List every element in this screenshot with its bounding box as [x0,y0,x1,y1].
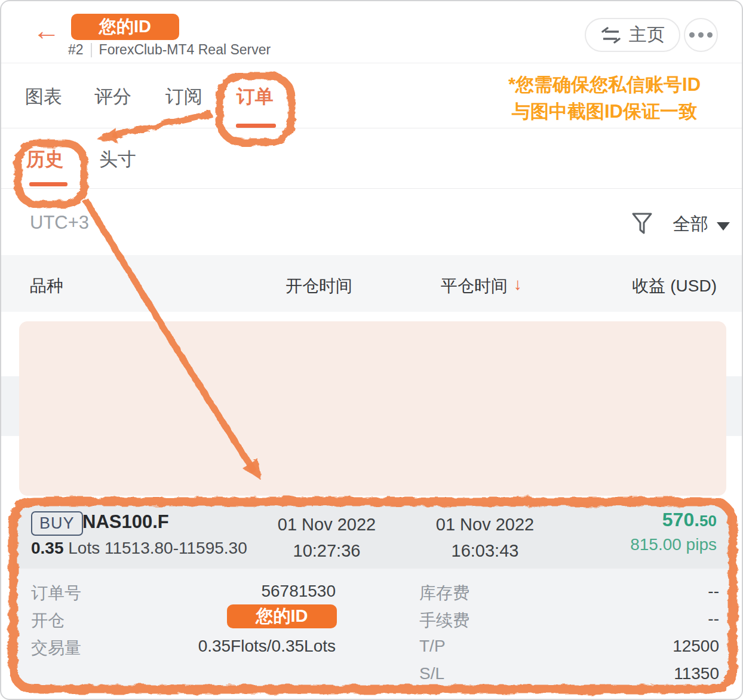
orders-list [1,312,742,500]
order-details: 订单号 56781530 开仓 您的ID 交易量 0.35Flots/0.35L… [13,569,732,688]
more-dot [698,32,704,38]
server-name: ForexClub-MT4 Real Server [99,42,271,58]
account-subtitle: #2 ForexClub-MT4 Real Server [68,42,271,58]
app-window: ← 您的ID #2 ForexClub-MT4 Real Server 主页 [0,0,743,700]
order-pips: 815.00 pips [630,535,717,554]
detail-label: 交易量 [31,637,81,659]
subtab-history[interactable]: 历史 [26,147,63,172]
order-summary: BUY NAS100.F 0.35 Lots 11513.80-11595.30… [13,502,732,569]
order-volume-detail: Lots 11513.80-11595.30 [68,539,247,557]
detail-value: 0.35Flots/0.35Lots [133,637,336,656]
back-arrow-icon[interactable]: ← [33,17,60,44]
account-number: #2 [68,42,84,58]
col-close-time[interactable]: 平仓时间 [441,275,508,297]
detail-label: 开仓 [31,609,65,632]
order-close-time: 16:03:43 [428,538,542,564]
detail-label: S/L [419,664,444,683]
table-header: 品种 开仓时间 平仓时间 ↓ 收益 (USD) [1,255,742,312]
tab-chart[interactable]: 图表 [25,84,62,109]
home-button-label: 主页 [629,23,665,47]
order-close-date: 01 Nov 2022 [428,511,542,538]
order-open-time: 10:27:36 [270,538,383,564]
order-volume-line: 0.35 Lots 11513.80-11595.30 [31,539,247,558]
detail-value: 12500 [588,637,719,656]
detail-label: 手续费 [419,609,469,632]
home-button[interactable]: 主页 [585,18,680,52]
main-tab-bar: 图表 评分 订阅 订单 *您需确保您私信账号ID 与图中截图ID保证一致 [1,64,742,128]
detail-label: 订单号 [31,582,81,604]
annotation-note-line1: *您需确保您私信账号ID [491,71,718,98]
swap-arrows-icon [600,27,622,44]
annotation-note: *您需确保您私信账号ID 与图中截图ID保证一致 [491,71,718,125]
account-id-badge: 您的ID [71,14,179,40]
orders-subtab-bar: 历史 头寸 [1,129,742,189]
col-profit: 收益 (USD) [632,275,717,297]
col-symbol: 品种 [30,275,63,297]
active-tab-underline [236,124,276,128]
col-open-time: 开仓时间 [285,275,352,297]
open-id-badge: 您的ID [227,604,337,628]
order-open-datetime: 01 Nov 2022 10:27:36 [270,511,383,564]
sort-desc-icon[interactable]: ↓ [514,275,522,294]
more-button[interactable] [684,18,718,52]
order-close-datetime: 01 Nov 2022 16:03:43 [428,511,542,564]
detail-label: 库存费 [419,582,469,604]
order-open-date: 01 Nov 2022 [270,511,383,538]
chevron-down-icon [717,222,730,231]
detail-value: 11350 [588,664,719,683]
header: ← 您的ID #2 ForexClub-MT4 Real Server 主页 [1,1,742,63]
detail-value: -- [588,582,719,601]
order-side-badge: BUY [31,511,83,536]
filter-all-dropdown[interactable]: 全部 [673,212,730,237]
detail-value: 56781530 [133,582,336,601]
tab-subscribe[interactable]: 订阅 [165,84,202,109]
annotation-note-line2: 与图中截图ID保证一致 [491,98,718,125]
timezone-label: UTC+3 [30,212,89,234]
order-row-card[interactable]: BUY NAS100.F 0.35 Lots 11513.80-11595.30… [13,502,732,688]
tab-orders[interactable]: 订单 [237,84,274,109]
order-profit: 570.50 [662,509,717,531]
filter-icon[interactable] [631,212,653,238]
more-dot [689,32,695,38]
order-volume: 0.35 [31,539,64,557]
detail-label: T/P [419,637,446,656]
filter-all-label: 全部 [673,212,708,237]
detail-value: -- [588,609,719,628]
redaction-overlay [19,321,726,496]
active-subtab-underline [29,182,67,186]
subtab-positions[interactable]: 头寸 [99,147,136,172]
more-dot [707,32,713,38]
tab-rating[interactable]: 评分 [94,84,131,109]
order-symbol: NAS100.F [82,511,169,533]
subtitle-divider [91,43,92,57]
list-toolbar: UTC+3 全部 [1,189,742,255]
